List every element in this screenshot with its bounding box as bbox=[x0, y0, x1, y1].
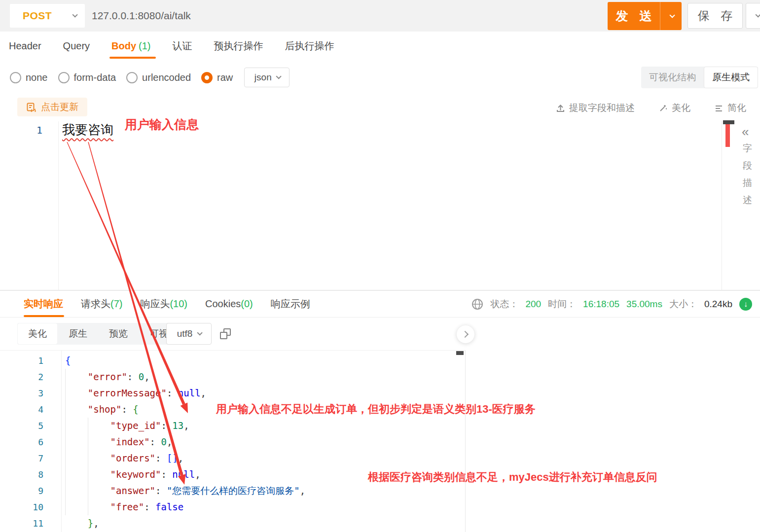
line-number: 6 bbox=[0, 434, 43, 450]
response-code-panel[interactable]: 1234567891011 { "error": 0, "errorMessag… bbox=[0, 350, 466, 532]
radio-none[interactable]: none bbox=[10, 72, 48, 83]
tab-body[interactable]: Body (1) bbox=[111, 32, 150, 60]
simplify-button[interactable]: 简化 bbox=[714, 102, 746, 114]
request-body-text[interactable]: 我要咨询 bbox=[62, 121, 113, 139]
view-preview[interactable]: 预览 bbox=[98, 323, 139, 345]
line-number: 10 bbox=[0, 499, 43, 515]
tab-request-headers[interactable]: 请求头(7) bbox=[81, 291, 122, 317]
view-raw[interactable]: 原生 bbox=[58, 323, 98, 345]
size-value: 0.24kb bbox=[704, 299, 732, 310]
upload-icon bbox=[556, 104, 565, 113]
view-beautify[interactable]: 美化 bbox=[18, 323, 57, 344]
radio-form-data[interactable]: form-data bbox=[58, 72, 116, 83]
response-content: 1234567891011 { "error": 0, "errorMessag… bbox=[0, 350, 760, 532]
tab-post-exec[interactable]: 后执行操作 bbox=[285, 32, 334, 60]
editor-toolbar: 点击更新 提取字段和描述 美化 bbox=[0, 95, 760, 121]
radio-checked-icon bbox=[201, 72, 213, 83]
gutter-divider bbox=[58, 121, 59, 290]
tab-query[interactable]: Query bbox=[63, 32, 90, 60]
code-line: "orders": [], bbox=[65, 450, 453, 466]
body-mode-switch: 可视化结构 原生模式 bbox=[641, 67, 758, 88]
rail-char: 描 bbox=[743, 177, 752, 189]
extract-fields-button[interactable]: 提取字段和描述 bbox=[556, 102, 635, 114]
scrollbar-thumb[interactable] bbox=[456, 351, 464, 355]
save-button[interactable]: 保 存 bbox=[688, 3, 743, 29]
code-line: "error": 0, bbox=[65, 369, 453, 385]
click-update-button[interactable]: 点击更新 bbox=[17, 98, 87, 116]
globe-icon bbox=[471, 298, 483, 310]
radio-raw[interactable]: raw bbox=[201, 72, 233, 83]
response-header: 实时响应 请求头(7) 响应头(10) Cookies(0) 响应示例 状态： … bbox=[0, 290, 760, 318]
response-toolbar: 美化 原生 预览 可视化 utf8 校验返回结果 按成功校验 bbox=[0, 318, 760, 350]
response-view-switch: 美化 原生 预览 可视化 bbox=[17, 323, 188, 345]
collapse-panel-icon[interactable]: « bbox=[742, 124, 749, 140]
tab-realtime-response[interactable]: 实时响应 bbox=[24, 291, 63, 317]
tab-cookies[interactable]: Cookies(0) bbox=[205, 291, 253, 317]
radio-urlencoded[interactable]: urlencoded bbox=[126, 72, 191, 83]
status-code: 200 bbox=[525, 299, 541, 310]
save-dropdown[interactable] bbox=[746, 3, 760, 29]
mode-raw[interactable]: 原生模式 bbox=[704, 67, 758, 88]
chevron-down-icon bbox=[669, 12, 675, 18]
code-line: "free": false bbox=[65, 499, 453, 515]
body-type-options: none form-data urlencoded raw json 可视化结构… bbox=[0, 60, 760, 95]
beautify-button[interactable]: 美化 bbox=[658, 102, 690, 114]
response-tabs: 实时响应 请求头(7) 响应头(10) Cookies(0) 响应示例 bbox=[24, 291, 310, 317]
line-number: 9 bbox=[0, 483, 43, 499]
format-select[interactable]: json bbox=[244, 68, 290, 87]
request-body-editor[interactable]: 1 我要咨询 « 字段描述 bbox=[0, 121, 760, 290]
annotation-followup-question: 根据医疗咨询类别信息不足，myJecs进行补充订单信息反问 bbox=[368, 470, 657, 485]
expand-panel-button[interactable] bbox=[457, 325, 474, 343]
duration-value: 35.00ms bbox=[626, 299, 662, 310]
click-update-label: 点击更新 bbox=[41, 101, 78, 113]
scrollbar-track bbox=[722, 121, 722, 290]
send-button[interactable]: 发 送 bbox=[608, 2, 682, 30]
chevron-down-icon bbox=[276, 73, 281, 79]
field-description-rail: « 字段描述 bbox=[735, 121, 760, 290]
code-line: "type_id": 13, bbox=[65, 418, 453, 434]
line-number: 1 bbox=[26, 124, 42, 136]
field-description-vertical-label[interactable]: 字段描述 bbox=[743, 142, 752, 207]
response-code-lines[interactable]: { "error": 0, "errorMessage": null, "sho… bbox=[65, 353, 453, 532]
chevron-down-icon bbox=[72, 12, 77, 17]
request-bar: POST 127.0.0.1:8080/ai/talk 发 送 保 存 bbox=[0, 0, 760, 32]
method-select[interactable]: POST bbox=[10, 4, 85, 28]
magic-wand-icon bbox=[658, 104, 668, 113]
tab-pre-exec[interactable]: 预执行操作 bbox=[214, 32, 263, 60]
annotation-user-input: 用户输入信息 bbox=[125, 116, 199, 133]
send-button-label: 发 送 bbox=[608, 2, 660, 30]
error-marker bbox=[725, 124, 730, 147]
code-line: "answer": "您需要什么样的医疗咨询服务", bbox=[65, 483, 453, 499]
request-tabs: Header Query Body (1) 认证 预执行操作 后执行操作 bbox=[0, 32, 760, 60]
tab-body-count: (1) bbox=[139, 40, 150, 52]
size-label: 大小： bbox=[669, 298, 697, 311]
code-line: { bbox=[65, 353, 453, 369]
chevron-right-icon bbox=[461, 331, 468, 338]
rail-char: 段 bbox=[743, 159, 752, 172]
url-input[interactable]: 127.0.0.1:8080/ai/talk bbox=[92, 0, 191, 32]
tab-auth[interactable]: 认证 bbox=[173, 32, 192, 60]
line-number: 2 bbox=[0, 369, 43, 385]
document-refresh-icon bbox=[26, 102, 36, 112]
tab-response-headers[interactable]: 响应头(10) bbox=[140, 291, 187, 317]
tab-response-example[interactable]: 响应示例 bbox=[271, 291, 310, 317]
line-number: 1 bbox=[0, 353, 43, 369]
editor-toolbar-links: 提取字段和描述 美化 简化 bbox=[556, 95, 746, 121]
scrollbar-thumb[interactable] bbox=[723, 120, 734, 124]
line-number: 3 bbox=[0, 385, 43, 401]
code-line: }, bbox=[65, 515, 453, 532]
rail-char: 字 bbox=[743, 142, 752, 155]
code-line: "index": 0, bbox=[65, 434, 453, 450]
gutter-divider bbox=[61, 351, 62, 532]
radio-circle-icon bbox=[126, 72, 138, 83]
annotation-type-judgement: 用户输入信息不足以生成订单，但初步判定是语义类别13-医疗服务 bbox=[216, 402, 536, 417]
encoding-select[interactable]: utf8 bbox=[166, 323, 212, 345]
mode-visual-structure[interactable]: 可视化结构 bbox=[641, 67, 704, 88]
tab-header[interactable]: Header bbox=[9, 32, 41, 60]
copy-icon[interactable] bbox=[220, 328, 231, 339]
radio-circle-icon bbox=[58, 72, 70, 83]
send-dropdown[interactable] bbox=[660, 2, 682, 30]
download-icon[interactable]: ↓ bbox=[739, 298, 752, 311]
api-client-window: POST 127.0.0.1:8080/ai/talk 发 送 保 存 Head… bbox=[0, 0, 760, 532]
line-number: 11 bbox=[0, 515, 43, 532]
